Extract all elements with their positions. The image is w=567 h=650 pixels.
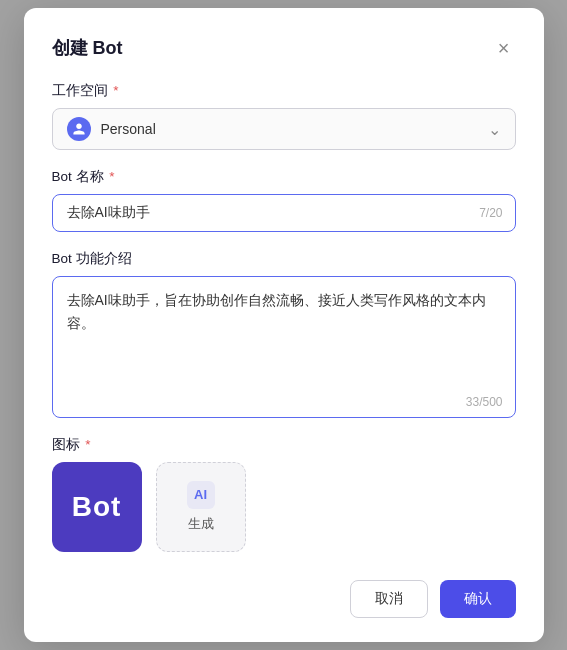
icon-section: 图标 * Bot AI 生成	[52, 436, 516, 552]
icon-generate-button[interactable]: AI 生成	[156, 462, 246, 552]
bot-name-char-count: 7/20	[479, 206, 514, 220]
workspace-icon	[67, 117, 91, 141]
bot-name-input-wrapper: 7/20	[52, 194, 516, 232]
create-bot-dialog: 创建 Bot × 工作空间 * Personal ⌄ Bot 名称 *	[24, 8, 544, 642]
workspace-field-group: 工作空间 * Personal ⌄	[52, 82, 516, 150]
bot-desc-textarea[interactable]	[53, 277, 515, 391]
chevron-down-icon: ⌄	[488, 120, 501, 139]
icon-options: Bot AI 生成	[52, 462, 516, 552]
bot-desc-char-count: 33/500	[53, 395, 515, 417]
bot-name-field-group: Bot 名称 * 7/20	[52, 168, 516, 232]
close-button[interactable]: ×	[492, 36, 516, 60]
ai-icon: AI	[187, 481, 215, 509]
icon-bot-text: Bot	[72, 491, 122, 523]
workspace-select[interactable]: Personal ⌄	[52, 108, 516, 150]
bot-name-input[interactable]	[53, 195, 480, 231]
workspace-label: 工作空间 *	[52, 82, 516, 100]
dialog-header: 创建 Bot ×	[52, 36, 516, 60]
bot-desc-textarea-wrapper: 33/500	[52, 276, 516, 418]
bot-desc-field-group: Bot 功能介绍 33/500	[52, 250, 516, 418]
dialog-title: 创建 Bot	[52, 36, 123, 60]
icon-bot-selected[interactable]: Bot	[52, 462, 142, 552]
icon-label: 图标 *	[52, 436, 516, 454]
person-icon	[72, 122, 86, 136]
dialog-footer: 取消 确认	[52, 576, 516, 618]
bot-name-label: Bot 名称 *	[52, 168, 516, 186]
generate-label: 生成	[188, 515, 214, 533]
cancel-button[interactable]: 取消	[350, 580, 428, 618]
confirm-button[interactable]: 确认	[440, 580, 516, 618]
bot-desc-label: Bot 功能介绍	[52, 250, 516, 268]
modal-overlay: 创建 Bot × 工作空间 * Personal ⌄ Bot 名称 *	[0, 0, 567, 650]
workspace-value: Personal	[101, 121, 488, 137]
